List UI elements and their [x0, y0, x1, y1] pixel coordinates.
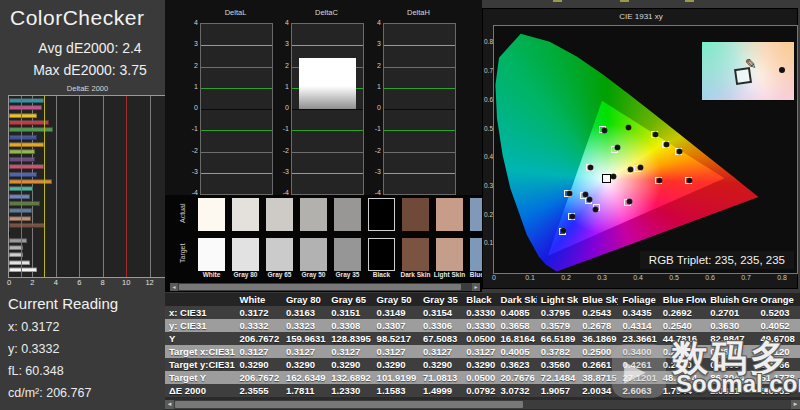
- top-edge-dash: [620, 0, 629, 2]
- de-bar-purplish-blue: [9, 172, 37, 177]
- cie-measured-point: [602, 128, 607, 133]
- swatch-scroll-right-arrow[interactable]: ►: [472, 283, 480, 291]
- de-refline-green: [21, 96, 22, 277]
- delta-gridline: [201, 88, 272, 89]
- table-cell: 0.2692: [659, 306, 706, 319]
- table-cell: 2.3555: [236, 384, 282, 397]
- swatch-panel: Actual Target WhiteGray 80Gray 65Gray 50…: [165, 195, 482, 292]
- cie-x-tick-label: 0.7: [741, 274, 751, 281]
- de-x-tick-label: 6: [77, 278, 81, 287]
- table-cell: 66.5189: [537, 332, 578, 345]
- table-cell: 0.3435: [618, 306, 658, 319]
- delta-chart-title: DeltaH: [383, 8, 454, 17]
- de-bar-cyan: [9, 98, 44, 103]
- delta-gridline: [384, 130, 455, 131]
- swatch-scrollbar[interactable]: ◄ ►: [170, 283, 480, 291]
- cie-y-tick-label: 0.3: [484, 182, 493, 189]
- swatch-target-gray-80: [232, 238, 259, 271]
- delta-gridline: [201, 67, 272, 68]
- table-cell: 1.9057: [537, 384, 578, 397]
- swatch-actual-dark-skin: [402, 198, 429, 231]
- table-cell: 3.0732: [497, 384, 537, 397]
- table-scrollbar[interactable]: ◄ ►: [165, 400, 800, 409]
- de-bar-orange-yellow: [9, 142, 44, 147]
- swatch-target-black: [368, 238, 395, 271]
- cie-y-tick-label: 0.4: [484, 153, 493, 160]
- delta-gridline: [292, 109, 363, 110]
- table-cell: 0.3127: [236, 345, 282, 358]
- table-scrollbar-thumb[interactable]: [175, 401, 523, 408]
- de2000-bar-chart: [8, 95, 175, 278]
- delta-y-tick-label: -3: [186, 168, 198, 175]
- delta-gridline: [201, 45, 272, 46]
- table-cell: 0.3163: [282, 306, 327, 319]
- delta-y-tick-label: 0: [186, 104, 198, 111]
- cie-plot-area: ✎ RGB Triplet: 235, 235, 235: [493, 25, 798, 274]
- table-cell: 0.3795: [537, 306, 578, 319]
- row-label: Target y:CIE31: [165, 358, 236, 371]
- table-cell: 0.3127: [327, 345, 372, 358]
- page-title: ColorChecker: [10, 6, 144, 30]
- swatch-label: White: [198, 271, 228, 278]
- cie-chart-title: CIE 1931 xy: [483, 12, 799, 21]
- table-cell: 0.3290: [462, 358, 496, 371]
- table-cell: 0.3782: [537, 345, 578, 358]
- de-x-tick-label: 8: [101, 278, 105, 287]
- de-refline-red: [126, 96, 127, 277]
- delta-gridline: [292, 45, 363, 46]
- table-cell: 0.3127: [462, 345, 496, 358]
- table-cell: 71.0813: [419, 371, 462, 384]
- column-header-white: White: [236, 293, 282, 306]
- de-x-tick-label: 4: [54, 278, 58, 287]
- table-cell: 0.3290: [419, 358, 462, 371]
- table-cell: 72.1484: [537, 371, 578, 384]
- table-cell: 0.2540: [659, 319, 706, 332]
- delta-y-tick-label: -3: [277, 168, 289, 175]
- table-cell: 0.2678: [578, 319, 618, 332]
- actual-row-label: Actual: [179, 211, 186, 223]
- swatch-scrollbar-thumb[interactable]: [179, 284, 461, 290]
- de-bar-purple: [9, 157, 35, 162]
- max-de2000-readout: Max dE2000: 3.75: [0, 62, 180, 78]
- cie-x-tick-label: 0.2: [561, 274, 571, 281]
- table-cell: 0.5203: [757, 306, 800, 319]
- swatch-actual-blue-sky: [470, 198, 482, 231]
- table-row-x-cie31: x: CIE310.31720.31630.31510.31490.31540.…: [165, 306, 800, 319]
- column-header-gray-65: Gray 65: [327, 293, 372, 306]
- swatch-actual-gray-50: [300, 198, 327, 231]
- table-row-y-cie31: y: CIE310.33320.33230.33080.33070.33060.…: [165, 319, 800, 332]
- cie-measured-point: [561, 228, 566, 233]
- swatch-label: Dark Skin: [399, 271, 432, 278]
- column-header-black: Black: [462, 293, 496, 306]
- swatch-scroll-left-arrow[interactable]: ◄: [170, 283, 178, 291]
- table-cell: 20.7676: [497, 371, 537, 384]
- de-bar-red: [9, 120, 49, 125]
- cie-y-tick-label: 0.6: [484, 96, 493, 103]
- de-bar-moderate-red: [9, 164, 44, 169]
- de-bar-yellow: [9, 113, 37, 118]
- delta-y-tick-label: -1: [186, 125, 198, 132]
- de-gridline: [103, 96, 104, 277]
- delta-y-tick-label: 4: [186, 19, 198, 26]
- current-reading-title: Current Reading: [8, 295, 168, 312]
- column-header-blue-flower: Blue Flower: [659, 293, 706, 306]
- reading-x: x: 0.3172: [8, 320, 168, 334]
- table-scroll-left-arrow[interactable]: ◄: [165, 400, 174, 409]
- delta-y-tick-label: 1: [369, 83, 381, 90]
- de-bar-blue-flower: [9, 194, 30, 199]
- table-scroll-right-arrow[interactable]: ►: [791, 400, 800, 409]
- delta-y-tick-label: 2: [369, 62, 381, 69]
- delta-y-tick-label: 2: [277, 62, 289, 69]
- delta-chart-deltal: [200, 23, 273, 195]
- table-cell: 1.1583: [373, 384, 419, 397]
- delta-y-tick-label: 0: [277, 104, 289, 111]
- de-bar-black: [9, 230, 10, 235]
- rgb-triplet-readout: RGB Triplet: 235, 235, 235: [640, 251, 794, 269]
- table-cell: 0.0500: [462, 371, 496, 384]
- de2000-x-axis: 02468101214: [8, 278, 178, 288]
- top-edge-dash: [553, 0, 562, 2]
- table-cell: 0.3560: [537, 358, 578, 371]
- swatch-actual-gray-35: [334, 198, 361, 231]
- table-corner-cell: [165, 293, 236, 306]
- column-header-blue-sky: Blue Sky: [578, 293, 618, 306]
